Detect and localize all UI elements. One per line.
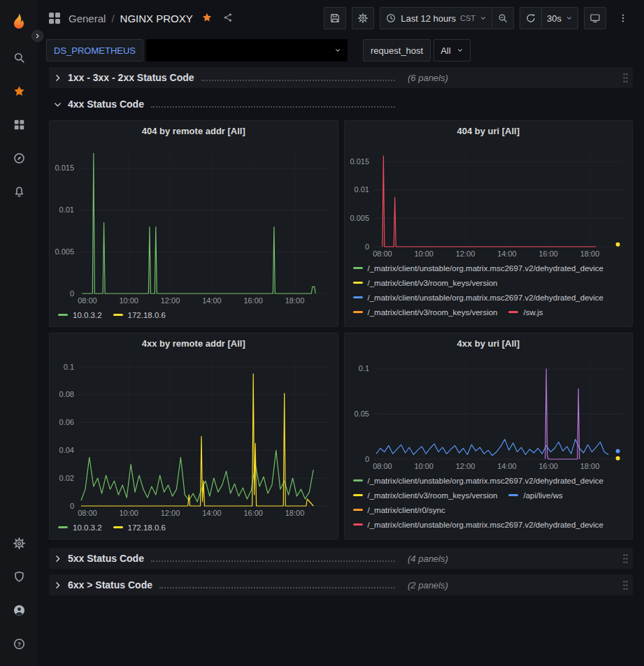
row-4xx-status-code[interactable]: 4xx Status Code xyxy=(49,94,633,115)
user-avatar[interactable] xyxy=(0,593,38,627)
svg-text:0.015: 0.015 xyxy=(55,164,74,172)
chevron-down-icon xyxy=(334,45,341,56)
legend-item[interactable]: /_matrix/client/v3/room_keys/version xyxy=(353,305,498,319)
series-color-swatch xyxy=(508,311,518,313)
dashboards-icon[interactable] xyxy=(0,108,38,141)
dashboard-header: General / NGINX PROXY xyxy=(38,0,644,36)
svg-text:16:00: 16:00 xyxy=(243,509,263,517)
svg-text:0.005: 0.005 xyxy=(350,214,369,222)
refresh-interval-dropdown[interactable]: 30s xyxy=(541,7,578,29)
svg-text:0.02: 0.02 xyxy=(59,474,74,482)
row-drag-handle-icon[interactable] xyxy=(622,73,629,83)
svg-text:0.015: 0.015 xyxy=(350,157,369,166)
chart-legend: /_matrix/client/unstable/org.matrix.msc2… xyxy=(345,472,633,539)
chevron-right-icon xyxy=(53,554,62,563)
row-drag-handle-icon[interactable] xyxy=(622,580,629,591)
breadcrumb-title[interactable]: NGINX PROXY xyxy=(120,13,193,24)
server-admin-shield-icon[interactable] xyxy=(0,560,38,593)
row-title: 4xx Status Code xyxy=(68,99,144,110)
svg-text:0.05: 0.05 xyxy=(354,410,368,418)
refresh-controls: 30s xyxy=(520,7,578,29)
series-label: /_matrix/client/v3/room_keys/version xyxy=(368,491,498,500)
more-options-button[interactable] xyxy=(612,7,634,29)
svg-text:0.1: 0.1 xyxy=(358,364,368,372)
timeseries-chart[interactable]: 08:0010:0012:0014:0016:0018:0000.050.1 xyxy=(345,354,633,472)
refresh-button[interactable] xyxy=(520,7,542,29)
panel-title[interactable]: 4xx by remote addr [All] xyxy=(50,333,338,354)
row-5xx-status-code[interactable]: 5xx Status Code (4 panels) xyxy=(49,548,633,569)
series-color-swatch xyxy=(58,526,68,528)
series-label: /sw.js xyxy=(523,308,543,317)
row-1xx-3xx-2xx-status-code[interactable]: 1xx - 3xx - 2xx Status Code (6 panels) xyxy=(49,67,633,88)
starred-dashboards-icon[interactable] xyxy=(0,74,38,108)
request-host-variable-select[interactable]: All xyxy=(434,39,470,61)
legend-item[interactable]: /_matrix/client/v3/room_keys/version xyxy=(353,488,498,502)
timezone-label: CST xyxy=(460,14,475,22)
search-icon[interactable] xyxy=(0,41,38,74)
series-color-swatch xyxy=(353,311,363,313)
dotted-leader xyxy=(151,560,395,562)
expand-sidebar-button[interactable] xyxy=(31,30,43,42)
timeseries-chart[interactable]: 08:0010:0012:0014:0016:0018:0000.0050.01… xyxy=(345,142,633,259)
chevron-down-icon xyxy=(480,13,487,24)
legend-item[interactable]: 10.0.3.2 xyxy=(58,307,102,322)
legend-item[interactable]: /api/live/ws xyxy=(508,488,562,502)
datasource-variable-label[interactable]: DS_PROMETHEUS xyxy=(46,39,143,61)
legend-item[interactable]: /_matrix/client/r0/sync xyxy=(353,502,445,517)
panel-title[interactable]: 404 by remote addr [All] xyxy=(50,121,338,142)
timeseries-chart[interactable]: 08:0010:0012:0014:0016:0018:0000.020.040… xyxy=(50,354,338,519)
datasource-variable-select[interactable] xyxy=(146,39,348,61)
request-host-variable: request_host All xyxy=(363,39,471,61)
legend-item[interactable]: /_matrix/client/unstable/org.matrix.msc2… xyxy=(353,517,604,532)
gear-icon xyxy=(357,13,368,24)
grid-layout-icon xyxy=(49,13,60,24)
zoom-out-icon xyxy=(497,13,508,24)
timeseries-chart[interactable]: 08:0010:0012:0014:0016:0018:0000.0050.01… xyxy=(50,142,338,306)
svg-text:16:00: 16:00 xyxy=(243,296,263,305)
header-actions: Last 12 hours CST 30s xyxy=(324,7,634,29)
dashboard-settings-button[interactable] xyxy=(352,7,374,29)
explore-compass-icon[interactable] xyxy=(0,141,38,175)
legend-item[interactable]: 172.18.0.6 xyxy=(113,520,166,535)
configuration-gear-icon[interactable] xyxy=(0,526,38,560)
svg-text:0.06: 0.06 xyxy=(59,418,74,426)
legend-item[interactable]: /_matrix/client/unstable/org.matrix.msc2… xyxy=(353,261,604,275)
favorite-star-icon[interactable] xyxy=(201,12,213,25)
panel-title[interactable]: 404 by uri [All] xyxy=(345,121,633,142)
share-icon[interactable] xyxy=(222,12,234,25)
row-6xx-status-code[interactable]: 6xx > Status Code (2 panels) xyxy=(49,574,633,595)
zoom-out-time-button[interactable] xyxy=(492,7,514,29)
row-panel-count: (2 panels) xyxy=(408,580,448,591)
series-color-swatch xyxy=(113,526,123,528)
legend-item[interactable]: 10.0.3.2 xyxy=(58,520,102,535)
legend-item[interactable]: /_matrix/client/unstable/org.matrix.msc2… xyxy=(353,290,604,305)
time-range-picker[interactable]: Last 12 hours CST xyxy=(380,7,492,29)
legend-item[interactable]: /_matrix/client/v3/room_keys/version xyxy=(353,275,498,290)
refresh-icon xyxy=(525,13,536,24)
panel-title[interactable]: 4xx by uri [All] xyxy=(345,333,633,354)
legend-item[interactable]: /sw.js xyxy=(508,305,543,319)
row-drag-handle-icon[interactable] xyxy=(622,553,629,564)
series-label: /_matrix/client/v3/room_keys/version xyxy=(368,279,498,287)
chart-svg: 08:0010:0012:0014:0016:0018:0000.0050.01… xyxy=(345,142,633,259)
help-icon[interactable]: ? xyxy=(0,627,38,660)
save-dashboard-button[interactable] xyxy=(324,7,346,29)
series-color-swatch xyxy=(353,479,363,482)
panel-404-by-uri: 404 by uri [All] 08:0010:0012:0014:0016:… xyxy=(344,120,634,327)
breadcrumb-section[interactable]: General xyxy=(69,13,106,24)
legend-item[interactable]: 172.18.0.6 xyxy=(113,307,166,322)
svg-text:14:00: 14:00 xyxy=(202,296,222,305)
row-title: 5xx Status Code xyxy=(68,553,144,564)
grafana-app: ? General / NGINX PROXY xyxy=(0,0,644,666)
series-color-swatch xyxy=(353,282,363,284)
series-label: /_matrix/client/unstable/org.matrix.msc2… xyxy=(368,477,604,485)
svg-text:0.08: 0.08 xyxy=(59,390,74,398)
request-host-variable-label[interactable]: request_host xyxy=(363,39,431,61)
legend-item[interactable]: /_matrix/client/unstable/org.matrix.msc2… xyxy=(353,473,604,488)
svg-text:0: 0 xyxy=(70,502,74,510)
svg-text:14:00: 14:00 xyxy=(497,249,517,258)
alerting-bell-icon[interactable] xyxy=(0,175,38,208)
svg-text:0.005: 0.005 xyxy=(55,247,74,256)
series-color-swatch xyxy=(353,296,363,298)
tv-mode-button[interactable] xyxy=(584,7,606,29)
